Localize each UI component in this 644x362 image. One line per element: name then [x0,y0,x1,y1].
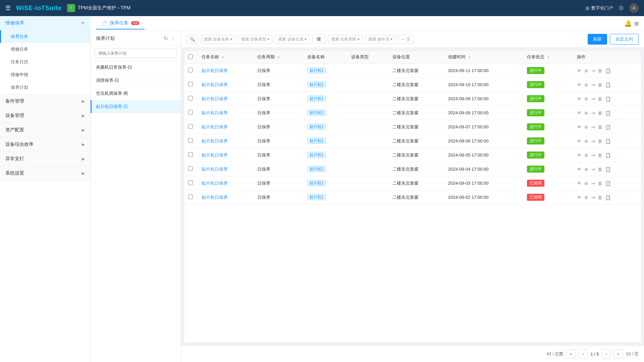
plan-item-2[interactable]: 润滑保养-日 [91,74,181,87]
report-icon-1[interactable]: 📋 [605,82,611,87]
task-name-link-8[interactable]: 贴片机日保养 [202,181,228,186]
cancel-icon-5[interactable]: ⊗ [584,138,588,144]
avatar[interactable]: A [629,3,639,13]
cancel-icon-4[interactable]: ⊗ [584,124,588,130]
device-type-filter[interactable]: 搜索 设备类型 ▾ [238,35,273,44]
task-name-link-2[interactable]: 贴片机日保养 [202,96,228,101]
operator-filter[interactable]: 搜索 操作员 ▾ [365,35,396,44]
search-execute-button[interactable]: 搜 [312,35,325,44]
sidebar-section-header-asset[interactable]: 资产配置 ▶ [0,123,90,137]
task-name-link-3[interactable]: 贴片机日保养 [202,110,228,115]
row-checkbox-4[interactable] [188,124,193,129]
task-name-link-9[interactable]: 贴片机日保养 [202,195,228,200]
report-icon-9[interactable]: 📋 [605,195,611,200]
prev-page-button[interactable]: ‹ [578,349,588,359]
sort-task-name-icon[interactable]: ⇅ [222,55,224,59]
report-icon-6[interactable]: 📋 [605,153,611,158]
sidebar-item-maintenance-plan[interactable]: 保养计划 [0,81,90,94]
task-name-link-0[interactable]: 贴片机日保养 [202,68,228,73]
report-icon-4[interactable]: 📋 [605,124,611,130]
forward-icon-0[interactable]: ⇥ [591,68,595,73]
row-checkbox-2[interactable] [188,96,193,101]
delete-icon-7[interactable]: 🗑 [598,167,602,172]
select-all-checkbox[interactable] [188,54,193,59]
first-page-button[interactable]: « [566,349,576,359]
plan-item-3[interactable]: 空压机周保养-周 [91,87,181,100]
delete-icon-2[interactable]: 🗑 [598,96,602,102]
view-icon-1[interactable]: 👁 [577,82,582,87]
sidebar-section-header-maintenance[interactable]: 维修保养 ▼ [0,16,90,30]
view-icon-6[interactable]: 👁 [577,153,582,158]
next-page-button[interactable]: › [602,349,611,359]
report-icon-0[interactable]: 📋 [605,68,611,73]
last-page-button[interactable]: » [614,349,623,359]
row-checkbox-9[interactable] [188,194,193,199]
row-checkbox-8[interactable] [188,180,193,185]
sort-task-status-icon[interactable]: ⇅ [547,55,550,59]
report-icon-8[interactable]: 📋 [605,181,611,186]
grid-view-icon[interactable]: ⊞ [634,20,639,27]
delete-icon-4[interactable]: 🗑 [598,124,602,130]
cancel-icon-0[interactable]: ⊗ [584,68,588,73]
sidebar-item-repair-report[interactable]: 维修申报 [0,68,90,81]
report-icon-7[interactable]: 📋 [605,167,611,172]
sidebar-section-header-warning[interactable]: 异常安灯 ▶ [0,152,90,166]
device-name-filter[interactable]: 搜索 设备名称 ▾ [201,35,235,44]
forward-icon-7[interactable]: ⇥ [591,167,595,172]
task-name-link-6[interactable]: 贴片机日保养 [202,153,228,158]
plan-item-4[interactable]: 贴片机日保养-日 [91,100,181,113]
device-location-filter[interactable]: 搜索 设备位置 ▾ [275,35,310,44]
task-name-link-4[interactable]: 贴片机日保养 [202,124,228,129]
refresh-button[interactable]: 刷新 [588,34,607,45]
report-icon-5[interactable]: 📋 [605,138,611,144]
sidebar-section-header-system[interactable]: 系统设置 ▶ [0,166,90,180]
tab-maintenance-tasks[interactable]: 📄 保养任务 43 [96,17,145,29]
plan-refresh-icon[interactable]: ↻ [164,35,168,42]
view-icon-7[interactable]: 👁 [577,167,582,172]
bell-icon[interactable]: 🔔 [624,20,632,27]
delete-icon-0[interactable]: 🗑 [598,68,602,73]
task-name-link-7[interactable]: 贴片机日保养 [202,167,228,172]
plan-search-input[interactable] [95,49,177,58]
forward-icon-8[interactable]: ⇥ [591,181,595,186]
row-checkbox-5[interactable] [188,138,193,143]
gear-icon[interactable]: ⚙ [619,4,624,12]
sidebar-section-header-equipment[interactable]: 设备管理 ▶ [0,109,90,123]
forward-icon-1[interactable]: ⇥ [591,82,595,87]
row-checkbox-6[interactable] [188,152,193,157]
row-checkbox-0[interactable] [188,68,193,72]
cancel-icon-1[interactable]: ⊗ [584,82,588,87]
row-checkbox-7[interactable] [188,166,193,171]
cancel-icon-7[interactable]: ⊗ [584,167,588,172]
cancel-icon-6[interactable]: ⊗ [584,153,588,158]
task-name-link-5[interactable]: 贴片机日保养 [202,138,228,143]
sort-created-time-icon[interactable]: ⇅ [468,55,471,59]
view-icon-0[interactable]: 👁 [577,68,582,73]
delete-icon-6[interactable]: 🗑 [598,153,602,158]
search-button[interactable]: 🔍 [186,35,198,44]
view-icon-9[interactable]: 👁 [577,195,582,200]
delete-icon-9[interactable]: 🗑 [598,195,602,200]
report-icon-3[interactable]: 📋 [605,110,611,116]
view-icon-8[interactable]: 👁 [577,181,582,186]
delete-icon-1[interactable]: 🗑 [598,82,602,87]
sidebar-section-header-parts[interactable]: 备件管理 ▶ [0,94,90,108]
forward-icon-3[interactable]: ⇥ [591,110,595,116]
forward-icon-9[interactable]: ⇥ [591,195,595,200]
cancel-icon-9[interactable]: ⊗ [584,195,588,200]
date-range-picker[interactable]: — 宜 [398,35,413,44]
row-checkbox-1[interactable] [188,82,193,86]
sidebar-item-repair-tasks[interactable]: 维修任务 [0,43,90,56]
view-icon-5[interactable]: 👁 [577,138,582,144]
menu-icon[interactable]: ☰ [5,4,11,12]
cancel-icon-3[interactable]: ⊗ [584,110,588,116]
task-cycle-filter[interactable]: 搜索 任务周期 ▾ [328,35,363,44]
forward-icon-4[interactable]: ⇥ [591,124,595,130]
sort-task-cycle-icon[interactable]: ⇅ [277,55,280,59]
plan-item-1[interactable]: 杀菌机日常保养-日 [91,61,181,74]
task-name-link-1[interactable]: 贴片机日保养 [202,82,228,87]
delete-icon-5[interactable]: 🗑 [598,138,602,144]
portal-button[interactable]: ⊟ 数字化门户 [586,5,613,11]
forward-icon-5[interactable]: ⇥ [591,138,595,144]
sidebar-item-maintenance-tasks[interactable]: 保养任务 [0,30,90,43]
